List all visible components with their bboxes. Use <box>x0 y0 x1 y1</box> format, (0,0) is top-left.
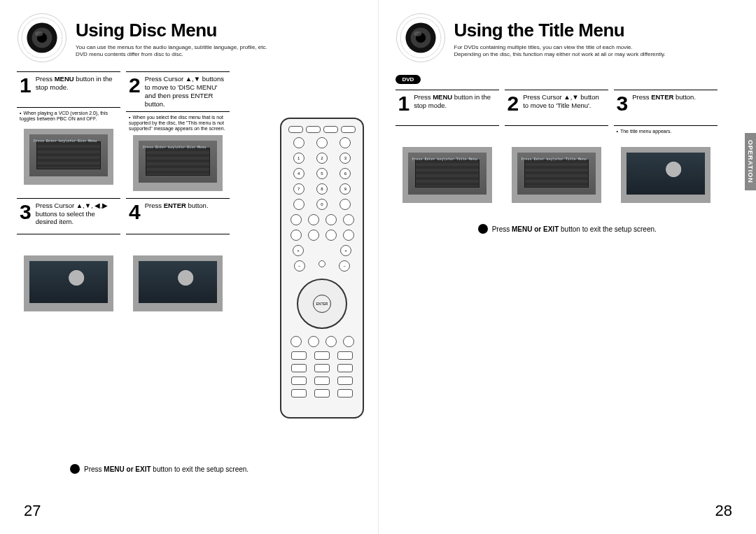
step-3: 3 Press ENTER button. The title menu app… <box>614 90 718 203</box>
bullet-icon <box>478 224 488 234</box>
screenshot <box>24 255 113 311</box>
subtitle-2: DVD menu contents differ from disc to di… <box>76 51 361 58</box>
page-title: Using the Title Menu <box>454 20 740 41</box>
page-number: 28 <box>715 502 732 520</box>
step-2: 2 Press Cursor ▲,▼ button to move to 'Ti… <box>505 90 608 203</box>
page-27: Using Disc Menu You can use the menus fo… <box>0 0 379 534</box>
svg-point-5 <box>35 31 43 36</box>
step-note: When you select the disc menu that is no… <box>126 112 230 134</box>
speaker-icon <box>396 13 446 63</box>
screenshot: Press Enter key\nfor Title Menu <box>402 147 492 203</box>
remote-control: 123 456 789 0 ++ −− <box>280 118 364 419</box>
exit-instruction: Press MENU or EXIT button to exit the se… <box>478 224 657 234</box>
section-tab: OPERATION <box>745 133 756 190</box>
page-spread: Using Disc Menu You can use the menus fo… <box>0 0 756 534</box>
screenshot: Press Enter key\nfor Disc Menu <box>133 135 223 191</box>
step-number: 3 <box>20 202 31 223</box>
subtitle-1: For DVDs containing multiple titles, you… <box>454 44 740 51</box>
step-1: 1 Press MENU button in the stop mode. . … <box>396 90 499 203</box>
exit-instruction: Press MENU or EXIT button to exit the se… <box>70 464 248 474</box>
dpad <box>297 279 347 329</box>
subtitle-1: You can use the menus for the audio lang… <box>76 44 361 51</box>
subtitle-2: Depending on the disc, this function may… <box>454 51 740 58</box>
step-4: 4 Press ENTER button. . <box>126 198 230 311</box>
header-left: Using Disc Menu You can use the menus fo… <box>17 20 361 63</box>
step-2: 2 Press Cursor ▲,▼ buttons to move to 'D… <box>126 71 230 191</box>
svg-point-11 <box>413 31 421 36</box>
step-note: When playing a VCD (version 2.0), this t… <box>17 108 120 127</box>
screenshot <box>621 147 710 203</box>
step-text: Press ENTER button. <box>145 202 209 210</box>
speaker-icon <box>17 13 67 63</box>
page-28: Using the Title Menu For DVDs containing… <box>379 0 757 534</box>
screenshot: Press Enter key\nfor Title Menu <box>512 147 601 203</box>
step-3: 3 Press Cursor ▲,▼, ◀,▶ buttons to selec… <box>17 198 120 311</box>
page-number: 27 <box>24 502 41 520</box>
step-number: 4 <box>129 202 141 223</box>
step-text: Press Cursor ▲,▼ buttons to move to 'DIS… <box>145 75 227 108</box>
bullet-icon <box>70 464 80 474</box>
page-title: Using Disc Menu <box>76 20 361 41</box>
step-text: Press Cursor ▲,▼, ◀,▶ buttons to select … <box>36 202 118 227</box>
header-right: Using the Title Menu For DVDs containing… <box>396 20 740 63</box>
step-number: 1 <box>20 75 31 96</box>
screenshot: Press Enter key\nfor Disc Menu <box>24 129 113 185</box>
step-1: 1 Press MENU button in the stop mode. Wh… <box>17 71 120 191</box>
step-text: Press MENU button in the stop mode. <box>36 75 118 92</box>
steps-row-right: 1 Press MENU button in the stop mode. . … <box>396 90 740 203</box>
screenshot <box>133 255 223 311</box>
dvd-badge: DVD <box>396 75 421 84</box>
step-number: 2 <box>129 75 141 96</box>
